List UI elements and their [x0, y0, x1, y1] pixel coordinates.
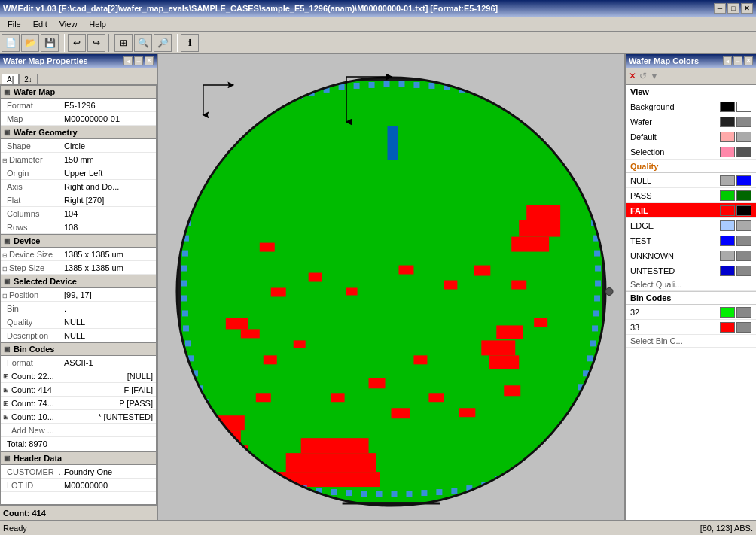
svg-rect-77 [595, 281, 601, 287]
color-swatch-default-1[interactable] [720, 132, 735, 142]
info-button[interactable]: ℹ [181, 34, 199, 52]
device-collapse-icon[interactable]: ▣ [4, 237, 11, 245]
count-row-fail[interactable]: ⊞ Count: 414 F [FAIL] [1, 383, 156, 397]
color-swatch-selection-1[interactable] [720, 147, 735, 157]
svg-rect-80 [592, 325, 598, 331]
count-row-pass[interactable]: ⊞ Count: 74... P [PASS] [1, 397, 156, 410]
left-status-bar: Count: 414 [0, 505, 157, 520]
color-swatch-background-2[interactable] [736, 102, 751, 112]
maximize-button[interactable]: □ [727, 3, 739, 14]
color-swatch-untested-2[interactable] [736, 266, 751, 276]
select-bin-button[interactable]: Select Bin C... [626, 335, 756, 348]
panel-pin-button[interactable]: ◄ [123, 56, 133, 65]
zoom-in-button[interactable]: 🔍 [134, 34, 152, 52]
prop-flat: Flat Right [270] [1, 193, 156, 207]
color-swatch-pass-2[interactable] [736, 190, 751, 201]
color-swatch-untested-1[interactable] [720, 266, 735, 276]
color-name-test: TEST [630, 236, 718, 245]
color-swatch-fail-2[interactable] [736, 205, 751, 216]
color-swatch-default-2[interactable] [736, 132, 751, 142]
color-swatch-wafer-1[interactable] [720, 117, 735, 127]
right-panel-min-btn[interactable]: ─ [733, 56, 742, 65]
color-row-bin33: 33 [626, 320, 756, 335]
minimize-button[interactable]: ─ [714, 3, 726, 14]
color-swatch-null-2[interactable] [736, 175, 751, 186]
wafer-map-svg[interactable] [158, 54, 624, 520]
color-swatch-selection-2[interactable] [736, 147, 751, 157]
color-row-test: TEST [626, 233, 756, 248]
color-row-edge: EDGE [626, 218, 756, 233]
prop-step-size: ⊞Step Size 1385 x 1385 um [1, 261, 156, 275]
color-swatch-edge-1[interactable] [720, 220, 735, 231]
toolbar-sep2 [108, 34, 111, 52]
panel-close-button[interactable]: ✕ [145, 56, 154, 65]
count-row-null[interactable]: ⊞ Count: 22... [NULL] [1, 369, 156, 383]
section-header-data-label: Header Data [14, 454, 62, 463]
new-button[interactable]: 📄 [2, 34, 20, 52]
add-new-label: Add New ... [11, 426, 54, 435]
color-swatch-null-1[interactable] [720, 175, 735, 186]
prop-position: ⊞Position [99, 17] [1, 288, 156, 302]
color-swatch-test-2[interactable] [736, 236, 751, 246]
panel-title-buttons: ◄ ─ ✕ [123, 56, 154, 65]
color-swatch-test-1[interactable] [720, 236, 735, 246]
header-data-collapse-icon[interactable]: ▣ [4, 454, 11, 462]
count-row-untested[interactable]: ⊞ Count: 10... * [UNTESTED] [1, 410, 156, 424]
color-swatch-bin32-2[interactable] [736, 307, 751, 318]
tab-properties[interactable]: A| [2, 74, 19, 84]
section-geometry-label: Wafer Geometry [14, 128, 78, 137]
color-swatch-unknown-2[interactable] [736, 251, 751, 261]
tab-secondary[interactable]: 2↓ [19, 74, 38, 84]
svg-rect-62 [181, 281, 187, 287]
color-swatch-edge-2[interactable] [736, 220, 751, 231]
undo-button[interactable]: ↩ [68, 34, 86, 52]
color-swatch-bin33-1[interactable] [720, 322, 735, 333]
color-swatch-pass-1[interactable] [720, 190, 735, 201]
svg-rect-95 [436, 489, 442, 495]
bin-codes-collapse-icon[interactable]: ▣ [4, 345, 11, 353]
svg-rect-82 [587, 355, 593, 361]
color-tool-refresh[interactable]: ↺ [639, 71, 647, 81]
sel-device-collapse-icon[interactable]: ▣ [4, 278, 11, 285]
color-tool-filter[interactable]: ▼ [650, 71, 659, 81]
svg-rect-75 [594, 251, 600, 257]
menu-view[interactable]: View [53, 18, 84, 30]
save-button[interactable]: 💾 [41, 34, 59, 52]
svg-rect-16 [489, 355, 519, 369]
left-panel-title: Wafer Map Properties [3, 56, 88, 65]
prop-bin: Bin . [1, 302, 156, 315]
color-swatch-fail-1[interactable] [720, 205, 735, 216]
color-swatch-unknown-1[interactable] [720, 251, 735, 261]
right-panel-close-btn[interactable]: ✕ [744, 56, 753, 65]
right-panel-pin-btn[interactable]: ◄ [723, 56, 732, 65]
description-label: Description [1, 331, 61, 340]
menu-file[interactable]: File [2, 18, 27, 30]
geometry-collapse-icon[interactable]: ▣ [4, 129, 11, 136]
prop-customer: CUSTOMER_... Foundry One [1, 465, 156, 479]
close-button[interactable]: ✕ [741, 3, 753, 14]
open-button[interactable]: 📂 [21, 34, 39, 52]
customer-value: Foundry One [61, 467, 156, 476]
properties-content: ▣ Wafer Map Format E5-1296 Map M00000000… [0, 84, 157, 505]
panel-min-button[interactable]: ─ [134, 56, 143, 65]
select-quality-button[interactable]: Select Quali... [626, 278, 756, 291]
axis-value: Right and Do... [61, 182, 156, 191]
redo-button[interactable]: ↪ [87, 34, 105, 52]
color-swatch-bin33-2[interactable] [736, 322, 751, 333]
color-swatch-background-1[interactable] [720, 102, 735, 112]
menu-edit[interactable]: Edit [27, 18, 53, 30]
menu-help[interactable]: Help [83, 18, 112, 30]
add-new-button[interactable]: Add New ... [1, 424, 156, 437]
prop-origin: Origin Upper Left [1, 166, 156, 180]
section-collapse-icon[interactable]: ▣ [4, 88, 11, 96]
svg-rect-36 [534, 318, 547, 327]
color-tool-x[interactable]: ✕ [629, 71, 636, 81]
color-swatch-bin32-1[interactable] [720, 307, 735, 318]
bin-format-value: ASCII-1 [61, 358, 156, 367]
fit-button[interactable]: ⊞ [114, 34, 133, 52]
color-swatch-wafer-2[interactable] [736, 117, 751, 127]
wafer-map-area[interactable] [158, 54, 624, 520]
bin-codes-section-label: Bin Codes [626, 291, 756, 305]
zoom-out-button[interactable]: 🔎 [154, 34, 172, 52]
description-value: NULL [61, 331, 156, 340]
